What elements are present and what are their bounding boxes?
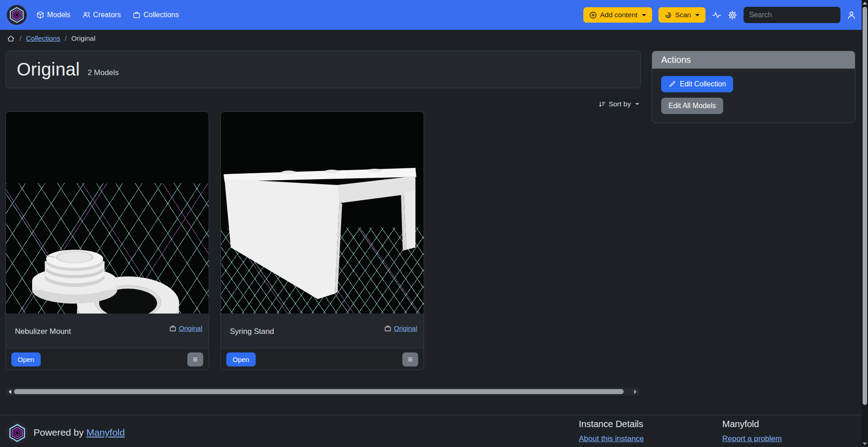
report-problem-link[interactable]: Report a problem [722, 434, 782, 443]
gear-icon[interactable] [728, 10, 737, 20]
syring-stand-render [221, 112, 424, 314]
menu-list-icon [192, 356, 199, 363]
plus-circle-icon [589, 11, 597, 19]
collection-tag-label: Original [394, 324, 417, 332]
chevron-down-icon [635, 103, 639, 105]
page-footer: Powered by Manyfold Instance Details Abo… [0, 415, 868, 447]
edit-collection-button[interactable]: Edit Collection [661, 76, 733, 92]
page-header-card: Original 2 Models [5, 51, 641, 88]
activity-icon[interactable] [712, 10, 721, 20]
model-name: Nebulizer Mount [15, 327, 71, 336]
actions-panel: Actions Edit Collection Edit All Models [652, 51, 855, 123]
scroll-down-arrow-icon[interactable] [863, 442, 867, 445]
powered-by-prefix: Powered by [33, 427, 84, 437]
model-preview-nebulizer-mount[interactable] [6, 112, 209, 314]
instance-details-title: Instance Details [579, 419, 644, 429]
model-menu-button[interactable] [187, 352, 203, 366]
model-card-footer: Open [221, 348, 424, 370]
collection-box-icon [133, 11, 141, 19]
breadcrumb: / Collections / Original [0, 30, 868, 47]
breadcrumb-separator: / [65, 34, 67, 43]
footer-manyfold-column: Manyfold Report a problem [722, 419, 782, 443]
cube-icon [36, 11, 44, 19]
edit-all-models-button[interactable]: Edit All Models [661, 98, 723, 114]
actions-panel-body: Edit Collection Edit All Models [652, 69, 855, 121]
nav-item-label: Creators [93, 11, 121, 19]
sort-by-dropdown[interactable]: Sort by [598, 100, 639, 108]
model-name: Syring Stand [230, 327, 274, 336]
model-count: 2 Models [87, 68, 119, 77]
chevron-down-icon [642, 14, 646, 16]
scan-icon [664, 11, 672, 19]
nav-item-collections[interactable]: Collections [133, 11, 179, 19]
manyfold-column-title: Manyfold [722, 419, 782, 429]
breadcrumb-separator: / [19, 34, 21, 43]
nav-item-models[interactable]: Models [36, 11, 71, 19]
page-title: Original [17, 59, 80, 80]
scan-button[interactable]: Scan [658, 7, 706, 23]
manyfold-footer-logo [5, 421, 29, 445]
top-navbar: Models Creators Collections Add content [0, 0, 868, 30]
model-collection-link[interactable]: Original [169, 324, 202, 332]
menu-list-icon [407, 356, 414, 363]
horizontal-scroll-track[interactable] [13, 388, 632, 395]
nebulizer-mount-render [6, 112, 209, 314]
edit-all-models-label: Edit All Models [668, 102, 716, 110]
add-content-label: Add content [600, 11, 638, 19]
model-card: Syring Stand Original Open [220, 111, 424, 370]
scroll-up-arrow-icon[interactable] [863, 2, 867, 5]
horizontal-scrollbar[interactable] [5, 388, 640, 395]
model-card-body: Nebulizer Mount Original [6, 314, 209, 348]
manyfold-logo[interactable] [6, 5, 27, 25]
collection-box-icon [169, 325, 176, 332]
chevron-down-icon [695, 14, 700, 16]
collection-tag-label: Original [179, 324, 202, 332]
breadcrumb-current: Original [71, 34, 95, 43]
nav-item-label: Models [47, 11, 71, 19]
navbar-right-group: Add content Scan [583, 7, 856, 23]
people-icon [82, 11, 91, 19]
powered-by-text: Powered by Manyfold [33, 427, 125, 438]
vertical-scroll-thumb[interactable] [863, 7, 867, 405]
user-icon[interactable] [847, 10, 856, 20]
scroll-right-arrow-icon[interactable] [634, 390, 637, 394]
about-instance-link[interactable]: About this instance [579, 434, 644, 443]
nav-item-creators[interactable]: Creators [82, 11, 121, 19]
scroll-left-arrow-icon[interactable] [9, 390, 11, 394]
model-preview-syring-stand[interactable] [221, 112, 424, 314]
open-model-button[interactable]: Open [11, 352, 41, 366]
model-collection-link[interactable]: Original [384, 324, 417, 332]
model-card-footer: Open [6, 348, 209, 370]
collection-box-icon [384, 325, 391, 332]
horizontal-scroll-thumb[interactable] [14, 389, 624, 394]
footer-instance-details-column: Instance Details About this instance [579, 419, 644, 443]
model-card-body: Syring Stand Original [221, 314, 424, 348]
sort-by-label: Sort by [609, 100, 631, 108]
model-card: Nebulizer Mount Original Open [5, 111, 209, 370]
manyfold-link[interactable]: Manyfold [86, 427, 125, 437]
edit-collection-label: Edit Collection [680, 80, 726, 88]
add-content-button[interactable]: Add content [583, 7, 652, 23]
home-icon[interactable] [7, 34, 15, 43]
vertical-scrollbar[interactable] [862, 0, 868, 447]
actions-panel-title: Actions [652, 51, 855, 69]
model-menu-button[interactable] [402, 352, 418, 366]
scan-label: Scan [675, 11, 691, 19]
breadcrumb-collections-link[interactable]: Collections [26, 34, 60, 43]
nav-item-label: Collections [143, 11, 179, 19]
open-model-button[interactable]: Open [226, 352, 256, 366]
sort-down-icon [598, 100, 606, 108]
search-input[interactable] [744, 7, 840, 23]
pencil-icon [668, 81, 676, 88]
